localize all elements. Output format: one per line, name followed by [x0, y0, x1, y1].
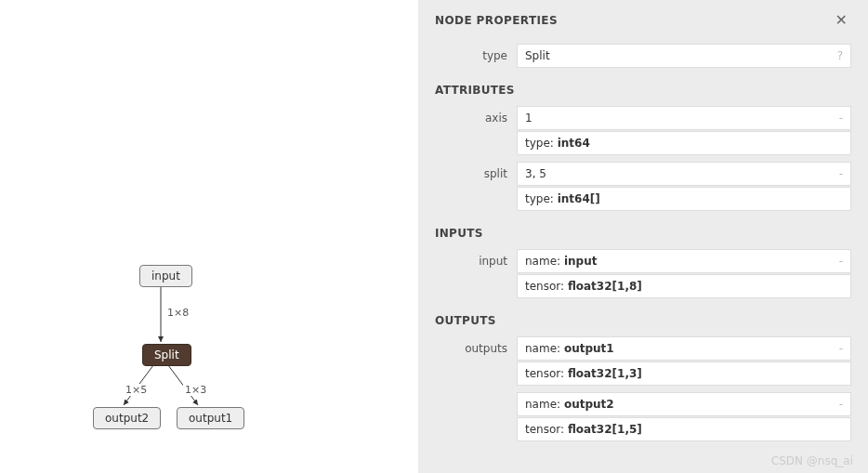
split-label: split — [435, 162, 517, 212]
in-name-prefix: name: — [525, 255, 564, 268]
axis-type: type: int64 — [517, 131, 851, 155]
panel-title: NODE PROPERTIES — [435, 14, 558, 27]
in-tensor: float32[1,8] — [568, 280, 642, 293]
split-value[interactable]: 3, 5- — [517, 162, 851, 186]
output2-tensor: tensor: float32[1,5] — [517, 417, 851, 441]
edge-label-right: 1×3 — [183, 384, 208, 396]
outputs-label: outputs — [435, 336, 517, 442]
help-icon[interactable]: ? — [837, 49, 843, 62]
type-text: Split — [525, 49, 550, 62]
o2-tensor-prefix: tensor: — [525, 423, 568, 436]
axis-type-val: int64 — [558, 137, 590, 150]
type-label: type — [435, 44, 517, 69]
output1-tensor: tensor: float32[1,3] — [517, 361, 851, 386]
dash-icon: - — [839, 112, 843, 125]
input-label: input — [435, 249, 517, 299]
output2-name[interactable]: name: output2- — [517, 392, 851, 416]
properties-panel: NODE PROPERTIES ✕ type Split ? ATTRIBUTE… — [418, 0, 868, 473]
type-value[interactable]: Split ? — [517, 44, 851, 68]
o2-name: output2 — [564, 398, 614, 411]
node-input[interactable]: input — [139, 265, 192, 287]
input-name[interactable]: name: input- — [517, 249, 851, 273]
split-type-prefix: type: — [525, 192, 558, 205]
dash-icon: - — [839, 398, 843, 411]
in-tensor-prefix: tensor: — [525, 280, 568, 293]
o2-tensor: float32[1,5] — [568, 423, 642, 436]
axis-text: 1 — [525, 112, 533, 125]
edge-label-top: 1×8 — [165, 307, 191, 319]
dash-icon: - — [839, 342, 843, 355]
split-type: type: int64[] — [517, 187, 851, 211]
section-attributes: ATTRIBUTES — [435, 84, 851, 97]
o1-name-prefix: name: — [525, 342, 564, 355]
node-output1[interactable]: output1 — [177, 407, 244, 429]
section-outputs: OUTPUTS — [435, 314, 851, 327]
o1-tensor-prefix: tensor: — [525, 367, 568, 380]
node-split[interactable]: Split — [142, 344, 191, 366]
axis-label: axis — [435, 106, 517, 156]
edges — [0, 0, 418, 473]
in-name: input — [564, 255, 598, 268]
close-icon[interactable]: ✕ — [832, 9, 851, 31]
dash-icon: - — [839, 255, 843, 268]
node-output2[interactable]: output2 — [93, 407, 161, 429]
split-type-val: int64[] — [558, 192, 600, 205]
o1-tensor: float32[1,3] — [568, 367, 642, 380]
dash-icon: - — [839, 167, 843, 180]
watermark: CSDN @nsq_ai — [771, 454, 853, 467]
o2-name-prefix: name: — [525, 398, 564, 411]
split-text: 3, 5 — [525, 167, 546, 180]
input-tensor: tensor: float32[1,8] — [517, 274, 851, 298]
section-inputs: INPUTS — [435, 227, 851, 240]
o1-name: output1 — [564, 342, 614, 355]
edge-label-left: 1×5 — [124, 384, 149, 396]
axis-value[interactable]: 1- — [517, 106, 851, 130]
output1-name[interactable]: name: output1- — [517, 336, 851, 361]
axis-type-prefix: type: — [525, 137, 558, 150]
graph-canvas[interactable]: input Split output2 output1 1×8 1×5 1×3 — [0, 0, 418, 473]
